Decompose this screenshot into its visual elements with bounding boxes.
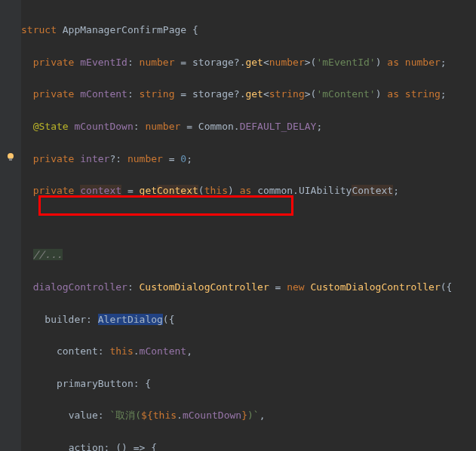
code-line[interactable]: value: `取消(${this.mCountDown})`, (21, 407, 452, 423)
code-line[interactable] (21, 215, 452, 231)
svg-point-0 (8, 153, 14, 159)
code-line[interactable]: @State mCountDown: number = Common.DEFAU… (21, 118, 452, 134)
lightbulb-icon[interactable] (6, 152, 15, 161)
code-line[interactable]: content: this.mContent, (21, 343, 452, 359)
code-editor[interactable]: struct AppManagerConfirmPage { private m… (21, 6, 452, 451)
code-line[interactable]: private context = getContext(this) as co… (21, 183, 452, 198)
gutter (0, 0, 21, 451)
code-line[interactable]: private inter?: number = 0; (21, 151, 452, 167)
svg-rect-1 (9, 158, 12, 161)
code-line[interactable]: primaryButton: { (21, 376, 452, 391)
code-line[interactable]: //... (21, 247, 452, 262)
code-line[interactable]: private mContent: string = storage?.get<… (21, 86, 452, 102)
code-line[interactable]: private mEventId: number = storage?.get<… (21, 54, 452, 70)
code-line[interactable]: dialogController: CustomDialogController… (21, 279, 452, 295)
code-line[interactable]: struct AppManagerConfirmPage { (21, 22, 452, 38)
code-line[interactable]: builder: AlertDialog({ (21, 311, 452, 327)
code-line[interactable]: action: () => { (21, 440, 452, 451)
